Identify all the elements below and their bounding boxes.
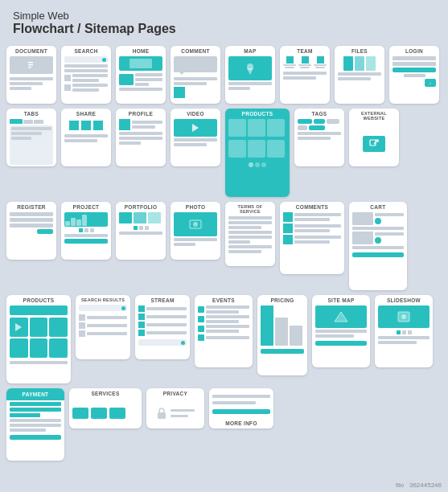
card-files-label: FILES [335, 46, 384, 55]
card-stream[interactable]: STREAM [135, 295, 190, 359]
card-slideshow-label: SLIDESHOW [375, 295, 433, 304]
card-portfolio[interactable]: PORTFOLIO [116, 202, 166, 260]
card-events-content [195, 304, 253, 367]
card-search-results[interactable]: SEARCH RESULTS [76, 295, 130, 359]
card-slideshow[interactable]: SLIDESHOW [375, 295, 433, 367]
card-video-content [171, 117, 220, 166]
card-tags-label: TAGS [294, 109, 344, 117]
card-tabs-label: TABS [6, 109, 56, 117]
card-terms-of-service[interactable]: TERMS OFSERVICE [225, 202, 275, 266]
card-payment-label: PAYMENT [6, 388, 64, 400]
card-services-label: ServICES [69, 388, 142, 397]
card-more-info[interactable]: MORE INFO [209, 388, 273, 428]
card-pricing-content [257, 304, 307, 375]
card-more-info-content [209, 388, 273, 420]
card-document[interactable]: DOCUMENT [6, 46, 56, 104]
card-team[interactable]: TEAM [280, 46, 330, 104]
card-stream-content [135, 304, 190, 359]
svg-point-9 [193, 222, 198, 227]
card-project[interactable]: PROJECT [61, 202, 111, 260]
card-portfolio-content [116, 211, 166, 260]
card-team-content [280, 55, 330, 104]
svg-rect-13 [158, 412, 166, 419]
card-files-content [335, 55, 384, 104]
card-payment-content [6, 400, 64, 461]
card-photo-content [171, 211, 220, 260]
card-products-content [225, 117, 290, 197]
card-cart[interactable]: CaRT [349, 202, 407, 290]
title-line1: Simple Web [13, 10, 435, 22]
card-files[interactable]: FILES [335, 46, 384, 104]
stock-number: 362445246 [409, 482, 442, 489]
card-map[interactable]: MAP [225, 46, 275, 104]
card-products-label: PRODUCTS [225, 109, 290, 117]
card-search[interactable]: SEARCH [61, 46, 111, 104]
card-home-content [116, 55, 166, 104]
card-privacy[interactable]: PRIVACY [146, 388, 204, 428]
card-home-label: HOME [116, 46, 166, 55]
card-external-website-content [349, 121, 399, 166]
card-privacy-label: PRIVACY [146, 388, 204, 397]
page-title: Simple Web Flowchart / Sitemap Pages [0, 0, 448, 43]
card-register-content [6, 211, 56, 260]
card-photo[interactable]: PHOTO [171, 202, 220, 260]
card-share[interactable]: SHARE [61, 109, 111, 166]
card-comments[interactable]: COMMENTS [280, 202, 344, 274]
card-stream-label: STREAM [135, 295, 190, 304]
card-comments-content [280, 211, 344, 274]
card-terms-of-service-label: TERMS OFSERVICE [225, 202, 275, 215]
card-search-results-content [76, 303, 130, 359]
card-site-map-content [312, 304, 370, 367]
svg-point-12 [401, 314, 406, 319]
card-more-info-label: MORE INFO [209, 420, 273, 428]
card-photo-label: PHOTO [171, 202, 220, 211]
card-document-label: DOCUMENT [6, 46, 56, 55]
card-events[interactable]: EVENTS [195, 295, 253, 367]
svg-marker-5 [247, 68, 253, 75]
card-payment[interactable]: PAYMENT [6, 388, 64, 461]
card-pricing[interactable]: PRICING [257, 295, 307, 375]
card-video-label: VIDEO [171, 109, 220, 117]
watermark: filo 362445246 [396, 482, 442, 489]
card-services-content [69, 397, 142, 428]
card-comment[interactable]: COMMENT [171, 46, 220, 104]
card-tags[interactable]: TAGS [294, 109, 344, 166]
title-line2: Flowchart / Sitemap Pages [13, 22, 435, 36]
card-comment-label: COMMENT [171, 46, 220, 55]
card-external-website[interactable]: EXTERNALWEBSITE [349, 109, 399, 166]
card-register[interactable]: REGISTER [6, 202, 56, 260]
card-project-label: PROJECT [61, 202, 111, 211]
card-map-label: MAP [225, 46, 275, 55]
svg-rect-3 [28, 67, 31, 68]
card-comment-content [171, 55, 220, 104]
card-home[interactable]: HOME [116, 46, 166, 104]
card-privacy-content [146, 397, 204, 428]
card-site-map[interactable]: SITE MAP [312, 295, 370, 367]
card-search-results-label: SEARCH RESULTS [76, 295, 130, 303]
svg-marker-10 [335, 312, 347, 322]
card-tabs[interactable]: TABS [6, 109, 56, 166]
card-team-label: TEAM [280, 46, 330, 55]
card-share-label: SHARE [61, 109, 111, 117]
svg-rect-2 [28, 64, 33, 66]
card-products2[interactable]: PRODUCTS [6, 295, 71, 383]
card-video[interactable]: VIDEO [171, 109, 220, 166]
card-map-content [225, 55, 275, 104]
card-login-label: LOGIN [389, 46, 439, 55]
card-services[interactable]: ServICES [69, 388, 142, 428]
card-tabs-content [6, 117, 56, 166]
card-profile-label: PROFILE [116, 109, 166, 117]
card-site-map-label: SITE MAP [312, 295, 370, 304]
card-profile-content [116, 117, 166, 166]
card-login-content: › [389, 55, 439, 104]
search-icon [102, 58, 106, 62]
card-comments-label: COMMENTS [280, 202, 344, 211]
card-products[interactable]: PRODUCTS [225, 109, 290, 197]
card-products2-content [6, 304, 71, 383]
card-search-label: SEARCH [61, 46, 111, 55]
watermark-brand: filo [396, 482, 404, 489]
card-pricing-label: PRICING [257, 295, 307, 304]
card-project-content [61, 211, 111, 260]
card-login[interactable]: LOGIN › [389, 46, 439, 104]
card-profile[interactable]: PROFILE [116, 109, 166, 166]
